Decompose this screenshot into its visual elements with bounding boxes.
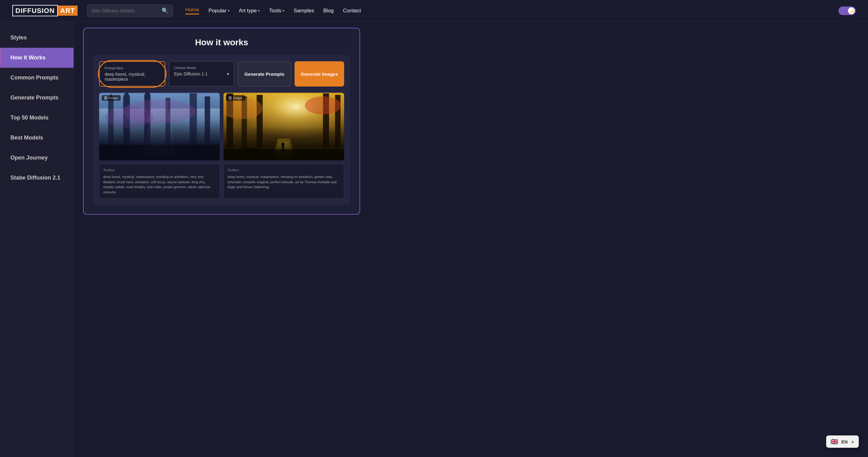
logo-art: ART: [58, 5, 78, 16]
model-name: Epic Diffusion 1.1: [174, 71, 208, 77]
model-label: Choose Model: [174, 66, 229, 70]
chevron-down-icon: ▾: [258, 9, 260, 13]
image-label-left: 🖼 Image: [101, 95, 121, 101]
how-it-works-card: How it works Prompt idea deep forest, my…: [83, 28, 360, 215]
section-title: How it works: [93, 37, 350, 48]
generated-image-right: 🖼 Image: [223, 93, 344, 160]
header-right: 🌙: [838, 6, 856, 15]
image-grid: 🖼 Image: [99, 93, 344, 160]
svg-point-27: [281, 143, 284, 146]
nav-tools[interactable]: Tools ▾: [269, 8, 284, 14]
sidebar-item-top-50-models[interactable]: Top 50 Models: [0, 108, 73, 128]
image-icon-right: 🖼: [228, 96, 232, 100]
sidebar-item-common-prompts[interactable]: Common Prompts: [0, 68, 73, 88]
textbox-left: Textbox deep forest, mystical, masterpie…: [99, 164, 220, 199]
sidebar-item-generate-prompts[interactable]: Generate Prompts: [0, 88, 73, 108]
svg-rect-28: [223, 149, 344, 160]
logo-diffusion: DIFFUSION: [12, 5, 58, 16]
textbox-content-left: deep forest, mystical, masterpiece, tren…: [103, 174, 216, 194]
search-bar[interactable]: 🔍: [87, 5, 173, 17]
sidebar-item-open-journey[interactable]: Open Journey: [0, 148, 73, 168]
search-input[interactable]: [91, 8, 162, 13]
sidebar-item-best-models[interactable]: Best Models: [0, 128, 73, 148]
nav-art-type[interactable]: Art type ▾: [239, 8, 260, 14]
model-select-box[interactable]: Choose Model Epic Diffusion 1.1 ▾: [169, 61, 235, 87]
textbox-grid: Textbox deep forest, mystical, masterpie…: [99, 164, 344, 199]
textbox-header-right: Textbox: [227, 168, 340, 172]
sidebar-item-styles[interactable]: Styles: [0, 28, 73, 48]
image-label-right: 🖼 Image: [226, 95, 245, 101]
nav-samples[interactable]: Samples: [293, 8, 314, 14]
search-icon[interactable]: 🔍: [162, 7, 168, 14]
dark-mode-toggle[interactable]: 🌙: [838, 6, 856, 15]
textbox-header-left: Textbox: [103, 168, 216, 172]
logo[interactable]: DIFFUSIONART: [12, 7, 78, 15]
svg-rect-26: [282, 145, 284, 152]
nav-popular[interactable]: Popular ▾: [208, 8, 229, 14]
sidebar: Styles How It Works Common Prompts Gener…: [0, 22, 74, 457]
chevron-down-icon: ▾: [227, 71, 229, 77]
svg-rect-4: [123, 96, 130, 148]
svg-marker-24: [272, 139, 296, 160]
model-value: Epic Diffusion 1.1 ▾: [174, 71, 229, 77]
svg-rect-13: [99, 145, 220, 160]
prompt-area: Prompt idea deep forest, mystical, maste…: [99, 61, 344, 87]
prompt-value: deep forest, mystical, masterpiece: [105, 72, 160, 82]
language-selector[interactable]: 🇬🇧 EN ▲: [826, 435, 859, 448]
chevron-up-icon: ▲: [851, 439, 855, 444]
svg-marker-7: [144, 93, 151, 95]
chevron-down-icon: ▾: [228, 9, 229, 13]
chevron-down-icon: ▾: [283, 9, 284, 13]
main-nav: Home Popular ▾ Art type ▾ Tools ▾ Sample…: [185, 7, 838, 14]
generate-prompts-button[interactable]: Generate Prompts: [238, 61, 291, 87]
svg-rect-9: [190, 93, 197, 148]
image-icon-left: 🖼: [104, 96, 107, 100]
nav-contact[interactable]: Contact: [343, 8, 361, 14]
prompt-idea-label: Prompt idea: [105, 66, 160, 70]
svg-point-29: [236, 148, 259, 157]
sidebar-item-stable-diffusion[interactable]: Stabe Diffusion 2.1: [0, 168, 73, 188]
sidebar-item-how-it-works[interactable]: How It Works: [0, 48, 73, 68]
generate-images-button[interactable]: Generate Images: [294, 61, 344, 87]
nav-blog[interactable]: Blog: [323, 8, 334, 14]
language-code: EN: [841, 439, 848, 445]
toggle-knob: 🌙: [848, 7, 855, 14]
svg-marker-25: [275, 142, 293, 160]
flag-icon: 🇬🇧: [831, 438, 838, 445]
nav-home[interactable]: Home: [185, 7, 199, 14]
generated-image-left: 🖼 Image: [99, 93, 220, 160]
svg-point-22: [305, 96, 341, 115]
svg-rect-10: [205, 96, 210, 148]
main-content: How it works Prompt idea deep forest, my…: [74, 22, 868, 457]
main-layout: Styles How It Works Common Prompts Gener…: [0, 22, 868, 457]
header: DIFFUSIONART 🔍 Home Popular ▾ Art type ▾…: [0, 0, 868, 22]
prompt-input-box[interactable]: Prompt idea deep forest, mystical, maste…: [99, 61, 165, 87]
textbox-content-right: deep forest, mystical, masterpiece, tren…: [227, 174, 340, 190]
textbox-right: Textbox deep forest, mystical, masterpie…: [223, 164, 344, 199]
svg-rect-2: [108, 99, 114, 148]
svg-point-12: [105, 107, 154, 128]
how-it-works-inner: Prompt idea deep forest, mystical, maste…: [93, 55, 350, 205]
